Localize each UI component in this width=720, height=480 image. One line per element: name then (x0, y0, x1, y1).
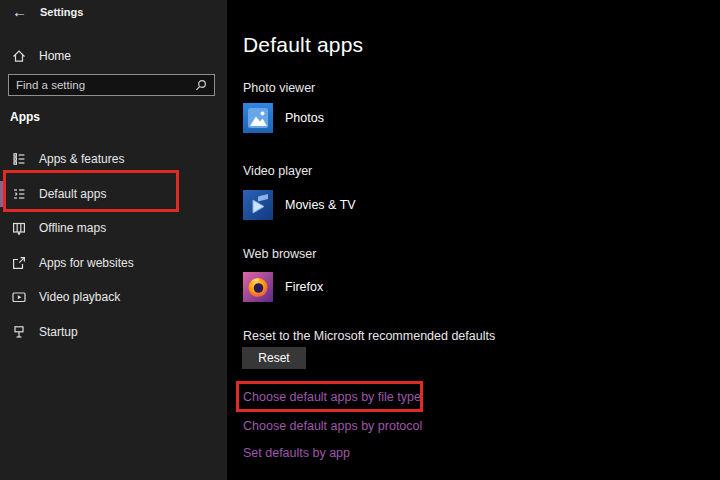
search-input[interactable] (16, 79, 190, 91)
app-name: Firefox (285, 280, 323, 294)
offline-maps-icon (11, 220, 27, 236)
sidebar-section-heading: Apps (10, 110, 40, 124)
default-apps-page: Default apps Photo viewer Photos Video p… (227, 0, 720, 480)
reset-description: Reset to the Microsoft recommended defau… (243, 329, 495, 343)
startup-icon (11, 324, 27, 340)
search-box[interactable] (8, 74, 215, 96)
video-playback-icon (11, 289, 27, 305)
sidebar-item-default-apps[interactable]: Default apps (0, 177, 227, 212)
category-label-photo-viewer: Photo viewer (243, 81, 315, 95)
sidebar-nav: Apps & features Default apps Offline map… (0, 142, 227, 349)
sidebar-item-home[interactable]: Home (0, 41, 227, 71)
apps-features-icon (11, 151, 27, 167)
search-icon (194, 79, 207, 92)
sidebar-item-apps-features[interactable]: Apps & features (0, 142, 227, 177)
link-choose-defaults-by-file-type[interactable]: Choose default apps by file type (243, 390, 421, 404)
sidebar-item-apps-for-websites[interactable]: Apps for websites (0, 246, 227, 281)
sidebar-item-offline-maps[interactable]: Offline maps (0, 211, 227, 246)
movies-tv-app-icon (243, 190, 273, 220)
window-title: Settings (40, 6, 83, 18)
settings-sidebar: ← Settings Home Apps Apps & features (0, 0, 227, 480)
photos-app-icon (243, 103, 273, 133)
default-app-web-browser[interactable]: Firefox (243, 272, 323, 302)
sidebar-item-label: Apps for websites (39, 256, 134, 270)
default-app-photo-viewer[interactable]: Photos (243, 103, 324, 133)
default-apps-icon (11, 186, 27, 202)
sidebar-item-startup[interactable]: Startup (0, 315, 227, 350)
sidebar-item-label: Offline maps (39, 221, 106, 235)
apps-for-websites-icon (11, 255, 27, 271)
sidebar-item-video-playback[interactable]: Video playback (0, 280, 227, 315)
home-label: Home (39, 49, 71, 63)
firefox-app-icon (243, 272, 273, 302)
app-name: Movies & TV (285, 198, 356, 212)
link-choose-defaults-by-protocol[interactable]: Choose default apps by protocol (243, 419, 422, 433)
sidebar-item-label: Video playback (39, 290, 120, 304)
link-set-defaults-by-app[interactable]: Set defaults by app (243, 446, 350, 460)
home-icon (11, 48, 27, 64)
category-label-video-player: Video player (243, 164, 312, 178)
category-label-web-browser: Web browser (243, 247, 316, 261)
page-title: Default apps (243, 33, 363, 57)
default-app-video-player[interactable]: Movies & TV (243, 190, 356, 220)
sidebar-item-label: Apps & features (39, 152, 124, 166)
app-name: Photos (285, 111, 324, 125)
reset-button[interactable]: Reset (242, 347, 306, 369)
back-icon[interactable]: ← (12, 3, 27, 21)
sidebar-item-label: Startup (39, 325, 78, 339)
sidebar-item-label: Default apps (39, 187, 106, 201)
